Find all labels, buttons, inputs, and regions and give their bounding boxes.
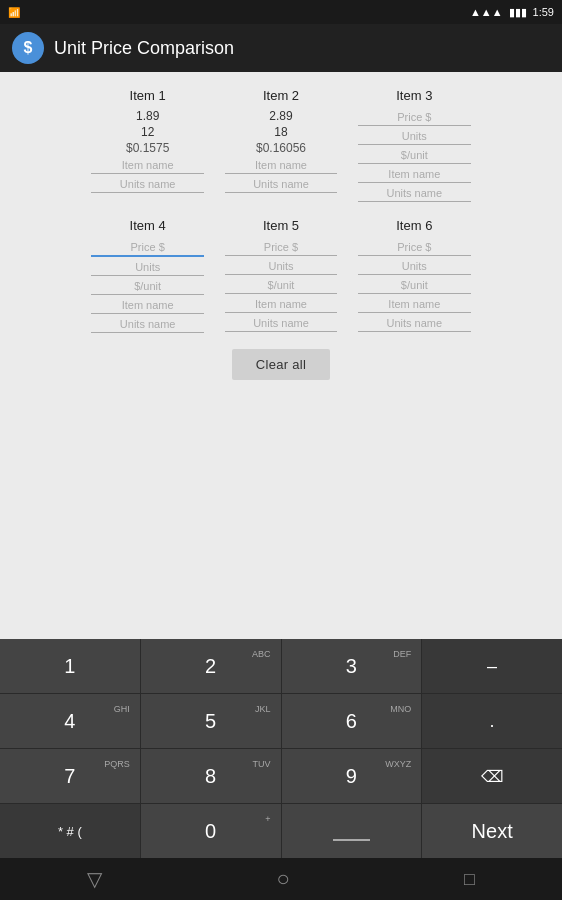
item5-name-input[interactable]: [225, 296, 338, 313]
clear-all-button[interactable]: Clear all: [232, 349, 330, 380]
app-bar: $ Unit Price Comparison: [0, 24, 562, 72]
notification-icon: 📶: [8, 7, 20, 18]
clear-btn-row: Clear all: [8, 349, 554, 380]
key-symbols[interactable]: * # (: [0, 804, 140, 858]
time-display: 1:59: [533, 6, 554, 18]
item5-unit-price-input[interactable]: [225, 277, 338, 294]
item6-units-input[interactable]: [358, 258, 471, 275]
row-spacer: [8, 202, 554, 214]
item4-header: Item 4: [130, 214, 166, 237]
key-space[interactable]: [282, 804, 422, 858]
key-7[interactable]: 7 PQRS: [0, 749, 140, 803]
battery-icon: ▮▮▮: [509, 6, 527, 19]
item6-header: Item 6: [396, 214, 432, 237]
app-title: Unit Price Comparison: [54, 38, 234, 59]
item1-name-input[interactable]: [91, 157, 204, 174]
key-backspace[interactable]: ⌫: [422, 749, 562, 803]
nav-bar: ▽ ○ □: [0, 858, 562, 900]
item1-units-name-input[interactable]: [91, 176, 204, 193]
key-2[interactable]: 2 ABC: [141, 639, 281, 693]
item5-units-name-input[interactable]: [225, 315, 338, 332]
items-grid-bottom: Item 4 Item 5 Item 6: [81, 214, 481, 333]
item4-unit-price-input[interactable]: [91, 278, 204, 295]
item2-units: 18: [218, 125, 343, 139]
item-col-2: Item 2 2.89 18 $0.16056: [214, 84, 347, 202]
wifi-icon: ▲▲▲: [470, 6, 503, 18]
item-col-1: Item 1 1.89 12 $0.1575: [81, 84, 214, 202]
item2-units-name-input[interactable]: [225, 176, 338, 193]
key-5[interactable]: 5 JKL: [141, 694, 281, 748]
next-button[interactable]: Next: [422, 804, 562, 858]
key-1[interactable]: 1: [0, 639, 140, 693]
item4-units-name-input[interactable]: [91, 316, 204, 333]
home-nav-button[interactable]: ○: [276, 866, 289, 892]
item6-unit-price-input[interactable]: [358, 277, 471, 294]
status-right: ▲▲▲ ▮▮▮ 1:59: [470, 6, 554, 19]
app-icon: $: [12, 32, 44, 64]
space-icon: [333, 821, 370, 841]
main-content: Item 1 1.89 12 $0.1575 Item 2 2.89 18 $0…: [0, 72, 562, 639]
backspace-icon: ⌫: [481, 767, 504, 786]
item-col-6: Item 6: [348, 214, 481, 333]
status-left: 📶: [8, 7, 20, 18]
item-col-3: Item 3: [348, 84, 481, 202]
status-bar: 📶 ▲▲▲ ▮▮▮ 1:59: [0, 0, 562, 24]
item-col-4: Item 4: [81, 214, 214, 333]
item6-price-input[interactable]: [358, 239, 471, 256]
item2-unit-price: $0.16056: [218, 141, 343, 155]
item1-units: 12: [85, 125, 210, 139]
key-8[interactable]: 8 TUV: [141, 749, 281, 803]
item3-price-input[interactable]: [358, 109, 471, 126]
item1-price: 1.89: [85, 109, 210, 123]
item3-header: Item 3: [396, 84, 432, 107]
item3-unit-price-input[interactable]: [358, 147, 471, 164]
back-nav-button[interactable]: ▽: [87, 867, 102, 891]
item5-price-input[interactable]: [225, 239, 338, 256]
item2-price: 2.89: [218, 109, 343, 123]
item6-name-input[interactable]: [358, 296, 471, 313]
item5-units-input[interactable]: [225, 258, 338, 275]
item2-name-input[interactable]: [225, 157, 338, 174]
item3-units-name-input[interactable]: [358, 185, 471, 202]
key-0[interactable]: 0 +: [141, 804, 281, 858]
item4-units-input[interactable]: [91, 259, 204, 276]
item4-price-input[interactable]: [91, 239, 204, 257]
item1-unit-price: $0.1575: [85, 141, 210, 155]
recents-nav-button[interactable]: □: [464, 869, 475, 890]
key-6[interactable]: 6 MNO: [282, 694, 422, 748]
key-3[interactable]: 3 DEF: [282, 639, 422, 693]
key-decimal[interactable]: .: [422, 694, 562, 748]
item3-name-input[interactable]: [358, 166, 471, 183]
keyboard-area: 1 2 ABC 3 DEF – 4 GHI 5 JKL 6 MNO .: [0, 639, 562, 858]
item6-units-name-input[interactable]: [358, 315, 471, 332]
item5-header: Item 5: [263, 214, 299, 237]
key-4[interactable]: 4 GHI: [0, 694, 140, 748]
keyboard-grid: 1 2 ABC 3 DEF – 4 GHI 5 JKL 6 MNO .: [0, 639, 562, 858]
item2-header: Item 2: [263, 84, 299, 107]
item1-header: Item 1: [130, 84, 166, 107]
item-col-5: Item 5: [214, 214, 347, 333]
items-grid-top: Item 1 1.89 12 $0.1575 Item 2 2.89 18 $0…: [81, 84, 481, 202]
item3-units-input[interactable]: [358, 128, 471, 145]
item4-name-input[interactable]: [91, 297, 204, 314]
key-dash[interactable]: –: [422, 639, 562, 693]
key-9[interactable]: 9 WXYZ: [282, 749, 422, 803]
